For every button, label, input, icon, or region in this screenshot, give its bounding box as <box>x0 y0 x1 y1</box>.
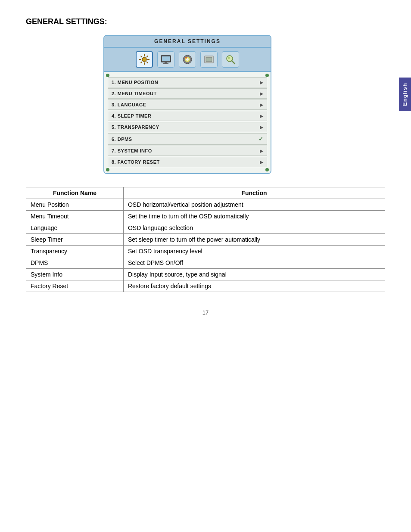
osd-menu-item-arrow: ▶ <box>260 80 264 85</box>
function-desc-cell: Select DPMS On/Off <box>123 257 385 269</box>
osd-menu-item: 5. TRANSPARENCY▶ <box>108 122 267 132</box>
svg-point-0 <box>142 57 146 62</box>
page-title: GENERAL SETTINGS: <box>26 17 385 26</box>
osd-menu-item-label: 5. TRANSPARENCY <box>112 124 159 130</box>
svg-point-15 <box>186 58 189 61</box>
function-name-cell: Transparency <box>26 246 124 257</box>
svg-line-6 <box>146 62 148 63</box>
osd-icons-row <box>104 48 271 72</box>
function-name-cell: System Info <box>26 269 124 280</box>
osd-menu-item-label: 3. LANGUAGE <box>112 102 146 107</box>
osd-menu-item-label: 4. SLEEP TIMER <box>112 113 151 118</box>
function-desc-cell: OSD language selection <box>123 222 385 234</box>
svg-rect-18 <box>206 57 212 62</box>
osd-menu-item: 6. DPMS✓ <box>108 133 267 145</box>
osd-menu-item: 8. FACTORY RESET▶ <box>108 157 267 167</box>
osd-icon-info <box>222 51 239 68</box>
svg-rect-11 <box>165 62 167 63</box>
osd-header: GENERAL SETTINGS <box>104 36 271 48</box>
osd-icon-input <box>200 51 218 68</box>
function-name-cell: Menu Timeout <box>26 211 124 222</box>
function-name-cell: Language <box>26 222 124 234</box>
osd-menu-item: 4. SLEEP TIMER▶ <box>108 111 267 121</box>
osd-icon-settings <box>136 51 153 68</box>
table-row: LanguageOSD language selection <box>26 222 385 234</box>
function-desc-cell: Restore factory default settings <box>123 280 385 292</box>
osd-menu-item-label: 2. MENU TIMEOUT <box>112 91 157 96</box>
osd-menu-item: 1. MENU POSITION▶ <box>108 77 267 87</box>
osd-menu-item-arrow: ▶ <box>260 160 264 165</box>
osd-menu-item-arrow: ▶ <box>260 149 264 153</box>
osd-screenshot: GENERAL SETTINGS <box>103 35 271 174</box>
svg-point-21 <box>228 57 230 59</box>
osd-menu-item-arrow: ▶ <box>260 103 264 107</box>
table-row: Menu TimeoutSet the time to turn off the… <box>26 211 385 222</box>
table-row: System InfoDisplay Input source, type an… <box>26 269 385 280</box>
svg-line-20 <box>232 61 235 64</box>
function-name-cell: Sleep Timer <box>26 234 124 246</box>
osd-menu-item: 3. LANGUAGE▶ <box>108 100 267 110</box>
function-desc-cell: Display Input source, type and signal <box>123 269 385 280</box>
function-desc-cell: Set OSD transparency level <box>123 246 385 257</box>
function-desc-cell: Set sleep timer to turn off the power au… <box>123 234 385 246</box>
svg-rect-10 <box>162 56 170 61</box>
osd-menu-item-arrow: ▶ <box>260 125 264 130</box>
osd-menu-item-label: 6. DPMS <box>112 137 132 142</box>
osd-icon-color <box>179 51 196 68</box>
osd-menu-item-arrow: ▶ <box>260 114 264 118</box>
col-header-function: Function <box>123 187 385 199</box>
function-table: Function Name Function Menu PositionOSD … <box>26 187 385 292</box>
svg-line-8 <box>141 62 143 63</box>
osd-menu-item-arrow: ▶ <box>260 91 264 96</box>
english-tab: English <box>399 78 411 111</box>
osd-menu-item-label: 8. FACTORY RESET <box>112 159 160 165</box>
svg-point-16 <box>185 57 187 59</box>
osd-menu-area: 1. MENU POSITION▶2. MENU TIMEOUT▶3. LANG… <box>104 72 271 173</box>
page-number: 17 <box>26 309 385 316</box>
svg-line-7 <box>146 56 148 58</box>
osd-menu-item: 2. MENU TIMEOUT▶ <box>108 88 267 99</box>
table-row: Menu PositionOSD horizontal/vertical pos… <box>26 199 385 211</box>
svg-rect-12 <box>163 63 168 64</box>
function-name-cell: Menu Position <box>26 199 124 211</box>
function-desc-cell: Set the time to turn off the OSD automat… <box>123 211 385 222</box>
function-name-cell: DPMS <box>26 257 124 269</box>
osd-menu-item-label: 7. SYSTEM INFO <box>112 148 152 153</box>
svg-line-5 <box>141 56 143 58</box>
table-row: Sleep TimerSet sleep timer to turn off t… <box>26 234 385 246</box>
function-desc-cell: OSD horizontal/vertical position adjustm… <box>123 199 385 211</box>
osd-menu-item: 7. SYSTEM INFO▶ <box>108 146 267 156</box>
function-name-cell: Factory Reset <box>26 280 124 292</box>
table-row: DPMSSelect DPMS On/Off <box>26 257 385 269</box>
osd-menu-item-label: 1. MENU POSITION <box>112 80 158 85</box>
table-row: Factory ResetRestore factory default set… <box>26 280 385 292</box>
osd-icon-display <box>157 51 174 68</box>
osd-menu-item-check: ✓ <box>258 136 264 142</box>
table-row: TransparencySet OSD transparency level <box>26 246 385 257</box>
col-header-name: Function Name <box>26 187 124 199</box>
